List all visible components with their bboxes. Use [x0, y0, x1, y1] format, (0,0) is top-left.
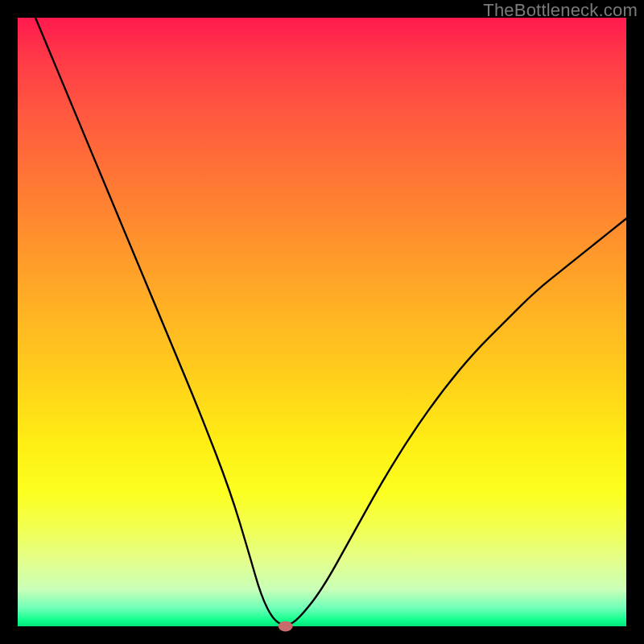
watermark-text: TheBottleneck.com: [483, 0, 638, 21]
optimum-marker: [279, 621, 293, 632]
chart-svg: [18, 18, 626, 626]
chart-frame: TheBottleneck.com: [0, 0, 644, 644]
bottleneck-curve: [18, 0, 626, 625]
chart-plot-area: [18, 18, 626, 626]
